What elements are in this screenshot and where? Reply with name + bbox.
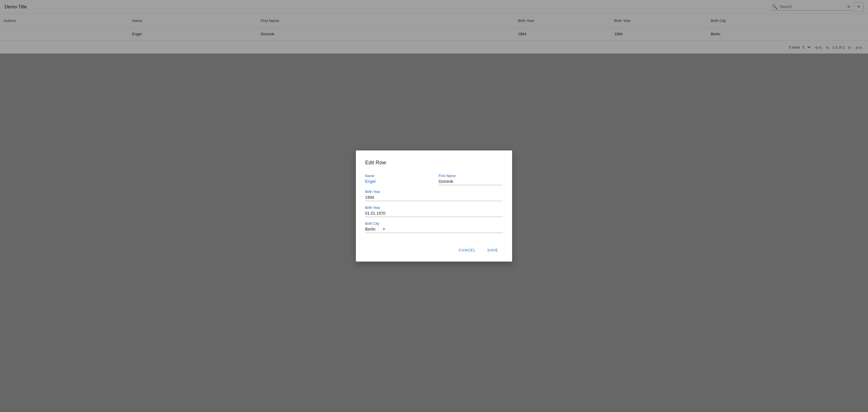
birthyear1-label: Birth Year: [365, 190, 503, 194]
field-name: Name Engel: [365, 174, 429, 185]
field-birthyear2: Birth Year: [365, 206, 503, 217]
brithcity-label: Brith City: [365, 222, 503, 226]
name-value: Engel: [365, 179, 429, 185]
dialog-title: Edit Row: [365, 160, 503, 166]
field-brithcity: Brith City Berlin Hamburg Munich ▾: [365, 222, 503, 233]
cancel-button[interactable]: CANCEL: [454, 246, 480, 255]
modal-overlay: Edit Row Name Engel First Name Birth Yea…: [0, 0, 868, 412]
name-label: Name: [365, 174, 429, 178]
birthyear1-input[interactable]: [365, 195, 503, 201]
firstname-input[interactable]: [439, 179, 503, 185]
birthyear2-label: Birth Year: [365, 206, 503, 210]
field-birthyear1: Birth Year: [365, 190, 503, 201]
brithcity-select[interactable]: Berlin Hamburg Munich: [365, 227, 387, 231]
save-button[interactable]: SAVE: [483, 246, 503, 255]
brithcity-select-wrap: Berlin Hamburg Munich ▾: [365, 227, 503, 233]
edit-row-dialog: Edit Row Name Engel First Name Birth Yea…: [356, 151, 512, 261]
field-firstname: First Name: [439, 174, 503, 185]
birthyear2-input[interactable]: [365, 211, 503, 217]
dialog-actions: CANCEL SAVE: [365, 246, 503, 255]
firstname-label: First Name: [439, 174, 503, 178]
dialog-body: Name Engel First Name Birth Year Birth Y…: [365, 174, 503, 237]
dialog-row-name-firstname: Name Engel First Name: [365, 174, 503, 185]
